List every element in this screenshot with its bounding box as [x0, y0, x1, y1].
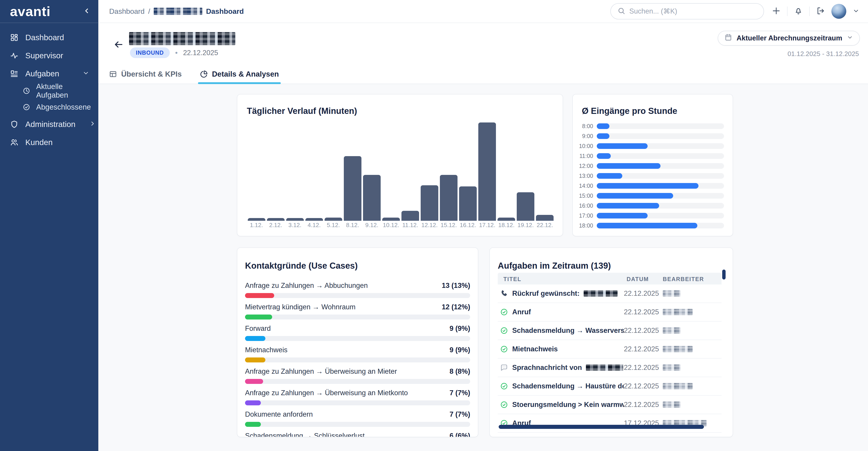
task-title: Stoerungsmeldung > Kein warmwas...: [512, 400, 624, 409]
sidebar-subitem-abgeschlossene[interactable]: Abgeschlossene: [0, 99, 98, 115]
hourly-row: 18:00: [578, 221, 724, 230]
daily-bar-slot: [285, 123, 305, 221]
search-box[interactable]: [610, 3, 764, 20]
tab-übersicht-kpis[interactable]: Übersicht & KPIs: [109, 65, 182, 84]
sidebar-item-label: Supervisor: [25, 51, 63, 60]
table-row[interactable]: Stoerungsmeldung > Kein warmwas...22.12.…: [498, 396, 721, 414]
hourly-bar-fill: [597, 143, 648, 149]
hourly-row: 13:00: [578, 171, 724, 181]
table-row[interactable]: Schadensmeldung → Wasserversorg...22.12.…: [498, 322, 721, 340]
sidebar-item-administration[interactable]: Administration: [0, 115, 98, 133]
billing-period-dropdown[interactable]: Aktueller Abrechnungszeitraum: [718, 31, 860, 46]
sidebar-item-aufgaben[interactable]: Aufgaben: [0, 65, 98, 83]
table-header: TITEL DATUM BEARBEITER: [498, 273, 721, 285]
check-icon: [500, 382, 508, 390]
logout-button[interactable]: [816, 6, 825, 16]
daily-bar-slot: [381, 123, 401, 221]
task-assignee-redacted: [663, 383, 692, 389]
daily-bar-slot: [362, 123, 381, 221]
daily-axis-tick: 5.12.: [324, 222, 343, 229]
vertical-scrollbar[interactable]: [722, 269, 725, 280]
chevron-right-icon: [89, 120, 96, 129]
hourly-axis-tick: 16:00: [578, 202, 593, 209]
task-assignee-redacted: [663, 364, 680, 371]
task-title: Schadensmeldung → Haustüre defekt: [512, 382, 624, 390]
hourly-bar-fill: [597, 213, 648, 219]
account-menu-button[interactable]: [852, 7, 860, 15]
table-row[interactable]: Anruf17.12.2025: [498, 414, 721, 433]
sidebar-item-kunden[interactable]: Kunden: [0, 133, 98, 151]
page-header: INBOUND • 22.12.2025 Aktueller Abrechnun…: [98, 23, 868, 84]
hourly-bar-fill: [597, 203, 659, 208]
hourly-bar-track: [597, 193, 724, 199]
usecase-label: Anfrage zu Zahlungen → Abbuchungen: [245, 282, 368, 290]
task-title-cell: Rückruf gewünscht:: [498, 289, 624, 297]
calendar-icon: [724, 33, 732, 43]
hourly-axis-tick: 13:00: [578, 173, 593, 179]
sidebar-item-label: Administration: [25, 120, 75, 129]
avatar[interactable]: [831, 4, 846, 19]
daily-bar: [267, 218, 285, 221]
hourly-axis-tick: 9:00: [578, 133, 593, 139]
sidebar-item-dashboard[interactable]: Dashboard: [0, 29, 98, 46]
column-header-titel: TITEL: [503, 276, 521, 283]
daily-axis-tick: 9.12.: [362, 222, 381, 229]
usecase-item: Forward9 (9%): [245, 324, 470, 341]
tab-bar: Übersicht & KPIsDetails & Analysen: [109, 65, 279, 84]
usecase-bar-fill: [245, 400, 261, 405]
billing-period-label: Aktueller Abrechnungszeitraum: [737, 34, 842, 42]
daily-axis-tick: 15.12.: [439, 222, 458, 229]
table-row[interactable]: Rückruf gewünscht:22.12.2025: [498, 285, 721, 303]
chevron-down-icon: [852, 7, 860, 15]
hourly-bar-track: [597, 203, 724, 208]
card-title: Kontaktgründe (Use Cases): [245, 261, 470, 271]
tab-label: Übersicht & KPIs: [121, 70, 182, 78]
hourly-axis-tick: 12:00: [578, 163, 593, 169]
sidebar-item-supervisor[interactable]: Supervisor: [0, 46, 98, 65]
hourly-axis-tick: 18:00: [578, 222, 593, 229]
task-assignee-redacted: [663, 401, 680, 408]
tab-details-analysen[interactable]: Details & Analysen: [200, 65, 279, 84]
sidebar-nav: DashboardSupervisorAufgabenAktuelle Aufg…: [0, 23, 98, 151]
breadcrumb-current: Dashboard: [206, 7, 244, 15]
arrow-left-icon: [113, 46, 124, 51]
table-row[interactable]: Mietnachweis22.12.2025: [498, 340, 721, 359]
daily-bar: [517, 192, 534, 221]
usecase-item: Anfrage zu Zahlungen → Überweisung an Mi…: [245, 389, 470, 405]
sidebar: avanti DashboardSupervisorAufgabenAktuel…: [0, 0, 98, 451]
table-row[interactable]: Sprachnachricht von22.12.2025: [498, 359, 721, 377]
hourly-axis-tick: 15:00: [578, 193, 593, 199]
sidebar-collapse-button[interactable]: [83, 7, 91, 15]
app-screen: avanti DashboardSupervisorAufgabenAktuel…: [0, 0, 868, 451]
hourly-row: 14:00: [578, 181, 724, 191]
task-date: 22.12.2025: [624, 382, 660, 390]
daily-bar: [401, 211, 419, 221]
daily-bar-slot: [305, 123, 324, 221]
usecase-bar-track: [245, 293, 470, 298]
task-title: Schadensmeldung → Wasserversorg...: [512, 326, 624, 335]
table-row[interactable]: Schadensmeldung → Haustüre defekt22.12.2…: [498, 377, 721, 396]
daily-bar-slot: [439, 123, 458, 221]
usecase-label: Forward: [245, 324, 271, 332]
add-button[interactable]: [772, 6, 781, 16]
card-title: Täglicher Verlauf (Minuten): [247, 106, 563, 116]
search-input[interactable]: [629, 7, 757, 15]
back-button[interactable]: [113, 39, 124, 51]
daily-bar-chart: [247, 123, 555, 221]
breadcrumb-root[interactable]: Dashboard: [109, 7, 145, 15]
task-title-cell: Sprachnachricht von: [498, 363, 624, 372]
daily-bar-slot: [477, 123, 497, 221]
usecase-bar-track: [245, 379, 470, 384]
daily-bar: [344, 156, 362, 221]
notifications-button[interactable]: [794, 6, 803, 16]
horizontal-scrollbar[interactable]: [499, 425, 704, 429]
breadcrumb: Dashboard / Dashboard: [109, 7, 244, 15]
daily-bar: [459, 186, 477, 221]
hourly-row: 9:00: [578, 131, 724, 141]
sidebar-subitem-aktuelle-aufgaben[interactable]: Aktuelle Aufgaben: [0, 83, 98, 99]
table-row[interactable]: Anruf22.12.2025: [498, 303, 721, 322]
daily-bar-slot: [458, 123, 477, 221]
daily-bar-slot: [535, 123, 555, 221]
task-title-redacted-segment: [586, 364, 623, 371]
task-title-cell: Anruf: [498, 308, 624, 316]
